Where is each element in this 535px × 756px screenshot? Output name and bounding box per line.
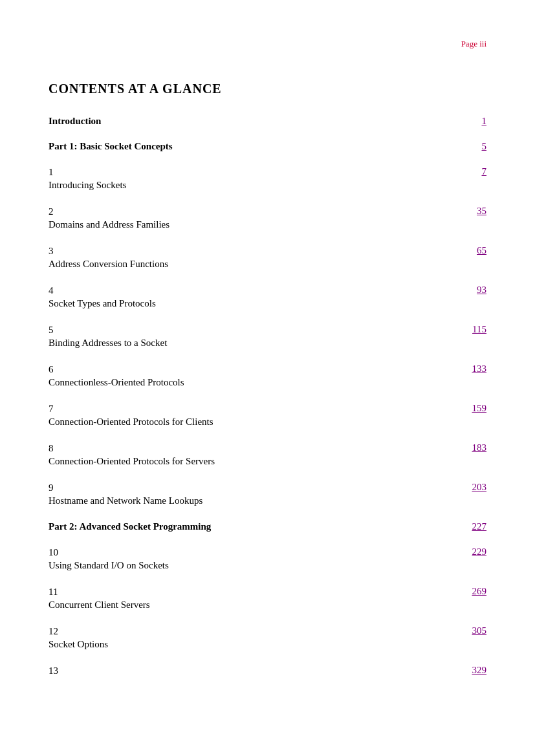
toc-entry-page-0[interactable]: 1 <box>454 116 486 127</box>
toc-entry-1: Part 1: Basic Socket Concepts5 <box>49 141 486 152</box>
toc-num-7: 6 <box>49 363 454 376</box>
toc-entry-left-12: 10Using Standard I/O on Sockets <box>49 546 454 572</box>
toc-num-10: 9 <box>49 482 454 495</box>
toc-entry-8: 7Connection-Oriented Protocols for Clien… <box>49 403 486 428</box>
toc-entry-page-14[interactable]: 305 <box>454 625 486 636</box>
toc-entry-7: 6Connectionless-Oriented Protocols133 <box>49 363 486 389</box>
toc-chapter-title-3: Domains and Address Families <box>49 219 454 232</box>
toc-entry-left-14: 12Socket Options <box>49 625 454 651</box>
toc-entry-15: 13329 <box>49 665 486 678</box>
toc-entry-left-15: 13 <box>49 665 454 678</box>
toc-entry-page-15[interactable]: 329 <box>454 665 486 676</box>
toc-chapter-title-10: Hostname and Network Name Lookups <box>49 495 454 508</box>
toc-entry-6: 5Binding Addresses to a Socket115 <box>49 324 486 349</box>
toc-entry-0: Introduction1 <box>49 116 486 127</box>
page-number: Page iii <box>461 39 486 49</box>
toc-num-14: 12 <box>49 625 454 638</box>
toc-entry-left-1: Part 1: Basic Socket Concepts <box>49 141 454 152</box>
toc-entry-left-4: 3Address Conversion Functions <box>49 245 454 270</box>
toc-entry-left-6: 5Binding Addresses to a Socket <box>49 324 454 349</box>
toc-entry-14: 12Socket Options305 <box>49 625 486 651</box>
toc-entry-left-5: 4Socket Types and Protocols <box>49 285 454 310</box>
toc-entry-9: 8Connection-Oriented Protocols for Serve… <box>49 442 486 468</box>
toc-chapter-title-8: Connection-Oriented Protocols for Client… <box>49 416 454 429</box>
toc-entry-left-13: 11Concurrent Client Servers <box>49 586 454 611</box>
toc-entries: Introduction1Part 1: Basic Socket Concep… <box>49 116 486 678</box>
toc-num-3: 2 <box>49 206 454 219</box>
toc-header-title-11: Part 2: Advanced Socket Programming <box>49 521 454 532</box>
toc-entry-page-5[interactable]: 93 <box>454 285 486 296</box>
toc-num-6: 5 <box>49 324 454 337</box>
page: Page iii CONTENTS AT A GLANCE Introducti… <box>0 0 535 756</box>
toc-entry-page-8[interactable]: 159 <box>454 403 486 414</box>
toc-entry-4: 3Address Conversion Functions65 <box>49 245 486 270</box>
toc-entry-page-9[interactable]: 183 <box>454 442 486 453</box>
toc-entry-11: Part 2: Advanced Socket Programming227 <box>49 521 486 532</box>
toc-num-9: 8 <box>49 442 454 455</box>
page-header: Page iii <box>49 39 486 49</box>
toc-entry-page-13[interactable]: 269 <box>454 586 486 597</box>
toc-entry-page-12[interactable]: 229 <box>454 546 486 557</box>
toc-entry-left-8: 7Connection-Oriented Protocols for Clien… <box>49 403 454 428</box>
toc-header-title-0: Introduction <box>49 116 454 127</box>
toc-num-13: 11 <box>49 586 454 599</box>
toc-num-8: 7 <box>49 403 454 416</box>
toc-entry-13: 11Concurrent Client Servers269 <box>49 586 486 611</box>
toc-chapter-title-4: Address Conversion Functions <box>49 258 454 271</box>
toc-entry-page-1[interactable]: 5 <box>454 141 486 152</box>
toc-entry-2: 1Introducing Sockets7 <box>49 166 486 191</box>
toc-entry-left-0: Introduction <box>49 116 454 127</box>
toc-num-15: 13 <box>49 665 454 678</box>
toc-chapter-title-6: Binding Addresses to a Socket <box>49 337 454 350</box>
toc-entry-page-7[interactable]: 133 <box>454 363 486 374</box>
toc-chapter-title-2: Introducing Sockets <box>49 179 454 192</box>
toc-chapter-title-14: Socket Options <box>49 638 454 651</box>
toc-entry-3: 2Domains and Address Families35 <box>49 206 486 231</box>
toc-chapter-title-12: Using Standard I/O on Sockets <box>49 559 454 572</box>
toc-num-12: 10 <box>49 546 454 559</box>
toc-chapter-title-9: Connection-Oriented Protocols for Server… <box>49 455 454 468</box>
toc-entry-10: 9Hostname and Network Name Lookups203 <box>49 482 486 507</box>
toc-num-2: 1 <box>49 166 454 179</box>
toc-entry-left-9: 8Connection-Oriented Protocols for Serve… <box>49 442 454 468</box>
toc-header-title-1: Part 1: Basic Socket Concepts <box>49 141 454 152</box>
toc-entry-12: 10Using Standard I/O on Sockets229 <box>49 546 486 572</box>
toc-entry-5: 4Socket Types and Protocols93 <box>49 285 486 310</box>
toc-entry-page-3[interactable]: 35 <box>454 206 486 217</box>
toc-entry-left-3: 2Domains and Address Families <box>49 206 454 231</box>
toc-chapter-title-5: Socket Types and Protocols <box>49 297 454 310</box>
toc-entry-left-2: 1Introducing Sockets <box>49 166 454 191</box>
toc-entry-page-2[interactable]: 7 <box>454 166 486 177</box>
toc-entry-page-10[interactable]: 203 <box>454 482 486 493</box>
toc-entry-left-7: 6Connectionless-Oriented Protocols <box>49 363 454 389</box>
toc-num-5: 4 <box>49 285 454 297</box>
toc-chapter-title-13: Concurrent Client Servers <box>49 599 454 612</box>
toc-entry-page-4[interactable]: 65 <box>454 245 486 256</box>
toc-entry-left-10: 9Hostname and Network Name Lookups <box>49 482 454 507</box>
toc-chapter-title-7: Connectionless-Oriented Protocols <box>49 376 454 389</box>
main-title: CONTENTS AT A GLANCE <box>49 81 486 96</box>
toc-entry-page-6[interactable]: 115 <box>454 324 486 335</box>
toc-entry-page-11[interactable]: 227 <box>454 521 486 532</box>
toc-num-4: 3 <box>49 245 454 258</box>
toc-entry-left-11: Part 2: Advanced Socket Programming <box>49 521 454 532</box>
